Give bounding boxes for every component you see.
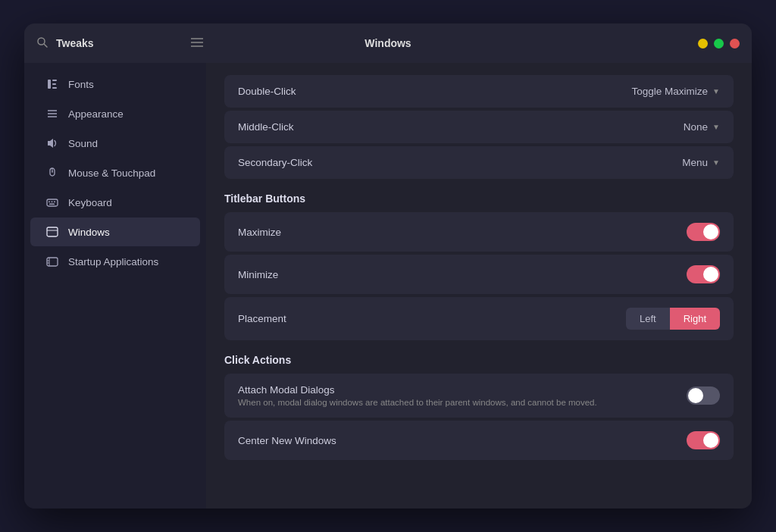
main-content: Double-Click Toggle Maximize ▼ Middle-Cl… [206, 63, 752, 509]
maximize-button[interactable] [714, 39, 724, 49]
attach-modal-label: Attach Modal Dialogs [238, 384, 597, 396]
maximize-row: Maximize [224, 212, 734, 252]
secondary-click-value: Menu [682, 157, 708, 168]
mouse-icon [45, 166, 59, 180]
minimize-toggle[interactable] [687, 265, 720, 283]
page-title: Windows [365, 37, 411, 49]
placement-label: Placement [238, 313, 286, 324]
sidebar-item-fonts[interactable]: Fonts [30, 70, 200, 99]
placement-row: Placement Left Right [224, 297, 734, 340]
maximize-toggle-knob [703, 224, 718, 239]
minimize-row: Minimize [224, 255, 734, 294]
center-new-windows-label: Center New Windows [238, 435, 336, 446]
maximize-label: Maximize [238, 227, 281, 238]
double-click-label: Double-Click [238, 86, 296, 97]
sidebar-item-keyboard[interactable]: Keyboard [30, 188, 200, 217]
sidebar-item-appearance[interactable]: Appearance [30, 99, 200, 128]
click-actions-header: Click Actions [224, 354, 734, 366]
center-new-windows-toggle-knob [703, 433, 718, 448]
svg-rect-22 [47, 258, 58, 266]
titlebar: Tweaks Windows [24, 23, 752, 63]
svg-point-0 [38, 38, 45, 45]
middle-click-dropdown[interactable]: None ▼ [684, 121, 720, 133]
placement-right-button[interactable]: Right [670, 308, 720, 330]
titlebar-buttons-header: Titlebar Buttons [224, 192, 734, 205]
double-click-arrow: ▼ [712, 87, 720, 95]
fonts-label: Fonts [68, 79, 94, 90]
sidebar: Fonts Appearance [24, 63, 206, 509]
maximize-toggle[interactable] [687, 223, 720, 241]
double-click-value: Toggle Maximize [632, 86, 709, 97]
center-new-windows-row: Center New Windows [224, 421, 734, 460]
svg-rect-5 [48, 80, 51, 89]
search-icon[interactable] [36, 36, 48, 51]
appearance-icon [45, 107, 59, 120]
sound-icon [45, 136, 59, 150]
app-body: Fonts Appearance [24, 63, 752, 509]
svg-rect-16 [48, 202, 50, 203]
keyboard-label: Keyboard [68, 197, 112, 208]
attach-modal-text: Attach Modal Dialogs When on, modal dial… [238, 384, 597, 407]
attach-modal-toggle[interactable] [687, 386, 720, 405]
close-button[interactable] [730, 39, 740, 49]
middle-click-value: None [684, 121, 708, 133]
sound-label: Sound [68, 138, 98, 149]
appearance-label: Appearance [68, 108, 124, 120]
svg-rect-6 [52, 80, 57, 81]
svg-rect-7 [52, 83, 56, 85]
svg-rect-18 [54, 202, 55, 203]
fonts-icon [45, 77, 59, 91]
svg-rect-15 [47, 199, 58, 206]
secondary-click-label: Secondary-Click [238, 157, 312, 168]
secondary-click-row: Secondary-Click Menu ▼ [224, 146, 734, 179]
middle-click-arrow: ▼ [712, 123, 720, 131]
center-new-windows-toggle[interactable] [687, 431, 720, 449]
startup-icon [45, 255, 59, 268]
secondary-click-arrow: ▼ [712, 158, 720, 167]
sidebar-item-startup-applications[interactable]: Startup Applications [30, 247, 200, 276]
svg-rect-19 [49, 204, 55, 205]
window-controls [698, 39, 740, 49]
titlebar-left: Tweaks [36, 36, 203, 51]
attach-modal-dialogs-row: Attach Modal Dialogs When on, modal dial… [224, 374, 734, 418]
svg-rect-17 [52, 202, 53, 203]
startup-applications-label: Startup Applications [68, 256, 158, 268]
windows-icon [45, 225, 59, 239]
svg-line-1 [45, 44, 48, 47]
minimize-label: Minimize [238, 269, 278, 280]
double-click-row: Double-Click Toggle Maximize ▼ [224, 75, 734, 108]
attach-modal-toggle-knob [688, 388, 703, 403]
content-area: Double-Click Toggle Maximize ▼ Middle-Cl… [206, 63, 752, 481]
minimize-toggle-knob [703, 267, 718, 282]
mouse-touchpad-label: Mouse & Touchpad [68, 167, 155, 179]
sidebar-item-mouse-touchpad[interactable]: Mouse & Touchpad [30, 158, 200, 187]
middle-click-label: Middle-Click [238, 121, 294, 133]
sidebar-item-sound[interactable]: Sound [30, 129, 200, 158]
middle-click-row: Middle-Click None ▼ [224, 111, 734, 143]
placement-buttons: Left Right [626, 308, 720, 330]
secondary-click-dropdown[interactable]: Menu ▼ [682, 157, 720, 168]
double-click-dropdown[interactable]: Toggle Maximize ▼ [632, 86, 720, 97]
svg-rect-8 [52, 87, 57, 89]
attach-modal-description: When on, modal dialog windows are attach… [238, 398, 597, 407]
sidebar-item-windows[interactable]: Windows [30, 217, 200, 246]
keyboard-icon [45, 196, 59, 209]
svg-rect-20 [47, 227, 58, 236]
menu-icon[interactable] [191, 37, 203, 50]
windows-label: Windows [68, 227, 110, 238]
app-window: Tweaks Windows [24, 23, 752, 509]
placement-left-button[interactable]: Left [626, 308, 670, 330]
app-title: Tweaks [56, 37, 94, 49]
minimize-button[interactable] [698, 39, 708, 49]
